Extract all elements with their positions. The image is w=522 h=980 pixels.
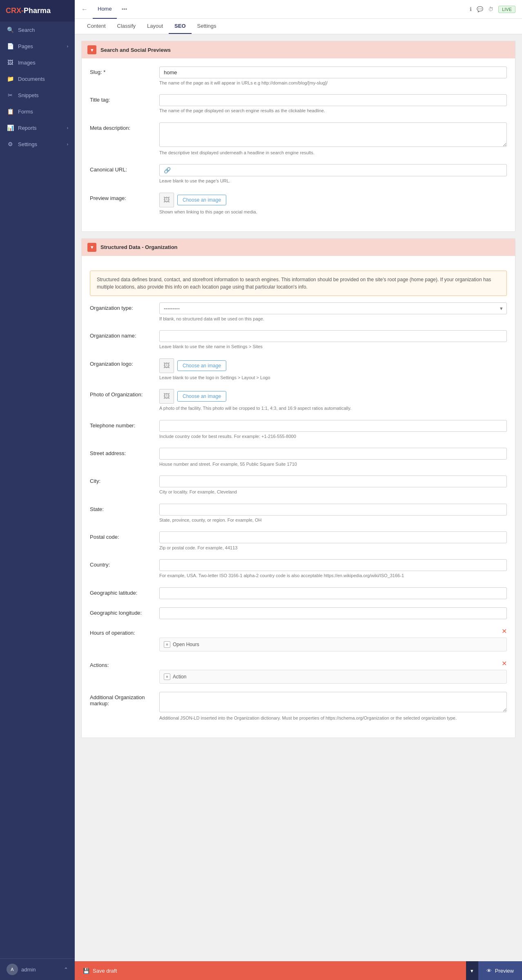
preview-image-choose-button[interactable]: Choose an image bbox=[177, 195, 226, 205]
actions-tag[interactable]: ≡ Action bbox=[159, 670, 507, 684]
title-tag-help: The name of the page displayed on search… bbox=[159, 108, 507, 114]
save-draft-icon: 💾 bbox=[83, 968, 89, 974]
title-tag-input[interactable] bbox=[159, 94, 507, 106]
postal-code-input[interactable] bbox=[159, 531, 507, 543]
sidebar-footer: A admin ⌃ bbox=[0, 958, 75, 980]
sidebar-item-label: Search bbox=[18, 27, 35, 33]
sidebar-item-pages[interactable]: 📄 Pages › bbox=[0, 38, 75, 54]
pages-icon: 📄 bbox=[7, 43, 14, 49]
canonical-url-row: Canonical URL: 🔗 Leave blank to use the … bbox=[90, 164, 507, 184]
tab-content[interactable]: Content bbox=[81, 19, 112, 34]
slug-help: The name of the page as it will appear i… bbox=[159, 80, 507, 86]
city-input[interactable] bbox=[159, 476, 507, 487]
org-photo-row: Photo of Organization: 🖼 Choose an image… bbox=[90, 389, 507, 411]
back-icon[interactable]: ← bbox=[81, 6, 88, 13]
seo-section-header[interactable]: ▾ Search and Social Previews bbox=[82, 41, 515, 58]
hours-add-button[interactable]: ✕ bbox=[159, 627, 507, 635]
slug-label: Slug: * bbox=[90, 67, 159, 75]
topbar: ← Home ••• ℹ 💬 ⏱ LIVE bbox=[75, 0, 522, 19]
settings-icon: ⚙ bbox=[7, 141, 14, 147]
actions-row: Actions: ✕ ≡ Action bbox=[90, 660, 507, 684]
country-input[interactable] bbox=[159, 559, 507, 571]
org-name-row: Organization name: Leave blank to use th… bbox=[90, 330, 507, 350]
seo-toggle-button[interactable]: ▾ bbox=[87, 45, 96, 54]
sidebar-item-images[interactable]: 🖼 Images bbox=[0, 54, 75, 71]
org-name-content: Leave blank to use the site name in Sett… bbox=[159, 330, 507, 350]
org-photo-choose-button[interactable]: Choose an image bbox=[177, 391, 226, 402]
canonical-url-content: 🔗 Leave blank to use the page's URL. bbox=[159, 164, 507, 184]
org-logo-help: Leave blank to use the logo in Settings … bbox=[159, 375, 507, 381]
additional-markup-input[interactable] bbox=[159, 692, 507, 712]
history-icon[interactable]: ⏱ bbox=[488, 6, 493, 12]
meta-description-help: The descriptive text displayed underneat… bbox=[159, 150, 507, 156]
geo-longitude-input[interactable] bbox=[159, 607, 507, 619]
tab-classify[interactable]: Classify bbox=[112, 19, 142, 34]
org-type-select[interactable]: --------- Corporation LocalBusiness Orga… bbox=[159, 302, 507, 314]
additional-markup-label: Additional Organization markup: bbox=[90, 692, 159, 707]
info-icon[interactable]: ℹ bbox=[470, 6, 472, 12]
telephone-help: Include country code for best results. F… bbox=[159, 433, 507, 440]
geo-longitude-content bbox=[159, 607, 507, 619]
structured-data-section-header[interactable]: ▾ Structured Data - Organization bbox=[82, 239, 515, 256]
tab-settings[interactable]: Settings bbox=[192, 19, 222, 34]
preview-image-thumb: 🖼 bbox=[159, 193, 174, 207]
title-tag-row: Title tag: The name of the page displaye… bbox=[90, 94, 507, 114]
sidebar-item-documents[interactable]: 📁 Documents bbox=[0, 71, 75, 87]
sidebar-item-search[interactable]: 🔍 Search bbox=[0, 22, 75, 38]
actions-add-button[interactable]: ✕ bbox=[159, 660, 507, 667]
actions-label: Actions: bbox=[90, 660, 159, 668]
chevron-right-icon: › bbox=[67, 44, 68, 49]
slug-input[interactable] bbox=[159, 67, 507, 78]
meta-description-row: Meta description: The descriptive text d… bbox=[90, 122, 507, 156]
more-icon[interactable]: ••• bbox=[122, 6, 127, 12]
sidebar-item-label: Reports bbox=[18, 125, 37, 131]
slug-row: Slug: * The name of the page as it will … bbox=[90, 67, 507, 86]
org-logo-choose-button[interactable]: Choose an image bbox=[177, 360, 226, 371]
telephone-content: Include country code for best results. F… bbox=[159, 420, 507, 440]
sidebar-item-label: Forms bbox=[18, 109, 33, 115]
topbar-tab-home[interactable]: Home bbox=[93, 0, 117, 19]
telephone-input[interactable] bbox=[159, 420, 507, 432]
main-content: ← Home ••• ℹ 💬 ⏱ LIVE Content Classify L… bbox=[75, 0, 522, 980]
additional-markup-content: Additional JSON-LD inserted into the Org… bbox=[159, 692, 507, 721]
sidebar-item-snippets[interactable]: ✂ Snippets bbox=[0, 87, 75, 103]
hours-tag[interactable]: ≡ Open Hours bbox=[159, 638, 507, 651]
sidebar-item-label: Snippets bbox=[18, 92, 39, 98]
tab-seo[interactable]: SEO bbox=[169, 19, 191, 34]
postal-code-content: Zip or postal code. For example, 44113 bbox=[159, 531, 507, 551]
forms-icon: 📋 bbox=[7, 108, 14, 115]
state-input[interactable] bbox=[159, 504, 507, 516]
meta-description-input[interactable] bbox=[159, 122, 507, 147]
geo-longitude-row: Geographic longitude: bbox=[90, 607, 507, 619]
preview-button[interactable]: 👁 Preview bbox=[478, 961, 522, 980]
telephone-label: Telephone number: bbox=[90, 420, 159, 429]
org-name-help: Leave blank to use the site name in Sett… bbox=[159, 344, 507, 350]
state-row: State: State, province, county, or regio… bbox=[90, 504, 507, 523]
sidebar-item-settings[interactable]: ⚙ Settings › bbox=[0, 136, 75, 152]
preview-icon: 👁 bbox=[486, 968, 492, 974]
chat-icon[interactable]: 💬 bbox=[477, 6, 483, 12]
street-address-input[interactable] bbox=[159, 448, 507, 460]
canonical-url-input[interactable] bbox=[173, 167, 502, 173]
save-draft-button[interactable]: 💾 Save draft bbox=[75, 961, 466, 980]
geo-latitude-input[interactable] bbox=[159, 587, 507, 599]
save-draft-chevron[interactable]: ▾ bbox=[466, 961, 478, 980]
org-name-input[interactable] bbox=[159, 330, 507, 342]
hours-label: Hours of operation: bbox=[90, 627, 159, 636]
geo-latitude-label: Geographic latitude: bbox=[90, 587, 159, 596]
title-tag-label: Title tag: bbox=[90, 94, 159, 103]
postal-code-row: Postal code: Zip or postal code. For exa… bbox=[90, 531, 507, 551]
country-content: For example, USA. Two-letter ISO 3166-1 … bbox=[159, 559, 507, 579]
structured-data-toggle-button[interactable]: ▾ bbox=[87, 243, 96, 252]
street-address-content: House number and street. For example, 55… bbox=[159, 448, 507, 467]
street-address-row: Street address: House number and street.… bbox=[90, 448, 507, 467]
canonical-url-label: Canonical URL: bbox=[90, 164, 159, 173]
org-photo-label: Photo of Organization: bbox=[90, 389, 159, 398]
structured-data-section-title: Structured Data - Organization bbox=[100, 244, 178, 250]
seo-section: ▾ Search and Social Previews Slug: * The… bbox=[81, 41, 515, 232]
sidebar-item-forms[interactable]: 📋 Forms bbox=[0, 103, 75, 120]
city-help: City or locality. For example, Cleveland bbox=[159, 489, 507, 495]
sidebar-item-reports[interactable]: 📊 Reports › bbox=[0, 120, 75, 136]
chevron-right-icon: › bbox=[67, 126, 68, 130]
tab-layout[interactable]: Layout bbox=[141, 19, 169, 34]
